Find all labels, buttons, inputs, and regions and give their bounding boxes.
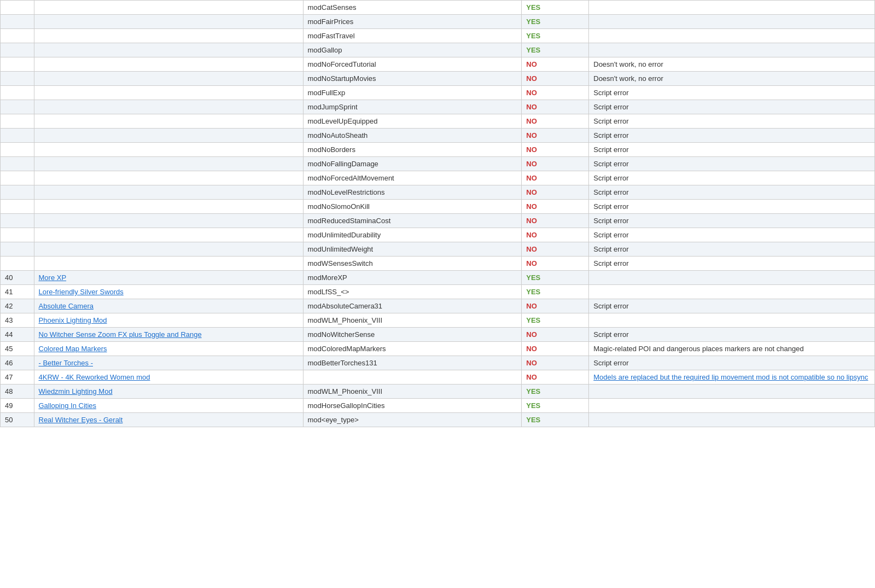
mod-name <box>34 114 303 129</box>
table-row: 43Phoenix Lighting ModmodWLM_Phoenix_VII… <box>1 313 875 328</box>
table-row: modNoForcedAltMovementNOScript error <box>1 171 875 185</box>
mod-status: YES <box>522 1 589 15</box>
mod-status: NO <box>522 299 589 313</box>
mod-name-link[interactable]: 4KRW - 4K Reworked Women mod <box>39 373 150 381</box>
mod-name-link[interactable]: Phoenix Lighting Mod <box>39 316 107 324</box>
mod-notes: Script error <box>589 185 875 200</box>
mod-name <box>34 200 303 214</box>
mod-notes <box>589 15 875 29</box>
mod-status: YES <box>522 271 589 285</box>
mod-notes: Script error <box>589 200 875 214</box>
mod-filename: modAbsoluteCamera31 <box>303 299 522 313</box>
mod-status: NO <box>522 185 589 200</box>
mod-name-link[interactable]: Absolute Camera <box>39 302 94 310</box>
table-row: 50Real Witcher Eyes - Geraltmod<eye_type… <box>1 413 875 427</box>
table-row: modNoAutoSheathNOScript error <box>1 129 875 143</box>
row-number: 46 <box>1 356 34 370</box>
mod-compatibility-table: modCatSensesYESmodFairPricesYESmodFastTr… <box>0 0 875 427</box>
mod-notes: Script error <box>589 157 875 171</box>
row-number <box>1 15 34 29</box>
mod-name-link[interactable]: More XP <box>39 273 67 282</box>
mod-name[interactable]: 4KRW - 4K Reworked Women mod <box>34 370 303 385</box>
mod-notes <box>589 29 875 43</box>
mod-notes <box>589 413 875 427</box>
mod-filename: modWSensesSwitch <box>303 257 522 271</box>
mod-notes[interactable]: Models are replaced but the required lip… <box>589 370 875 385</box>
mod-status: NO <box>522 242 589 257</box>
mod-name[interactable]: - Better Torches - <box>34 356 303 370</box>
mod-filename: modNoFallingDamage <box>303 157 522 171</box>
mod-status: YES <box>522 285 589 299</box>
mod-name[interactable]: Lore-friendly Silver Swords <box>34 285 303 299</box>
mod-filename: modNoWitcherSense <box>303 328 522 342</box>
row-number: 43 <box>1 313 34 328</box>
mod-filename: modMoreXP <box>303 271 522 285</box>
row-number <box>1 257 34 271</box>
mod-notes-link[interactable]: Models are replaced but the required lip… <box>593 373 868 381</box>
mod-status: NO <box>522 157 589 171</box>
mod-status: NO <box>522 342 589 356</box>
row-number: 50 <box>1 413 34 427</box>
mod-status: NO <box>522 171 589 185</box>
mod-name <box>34 72 303 86</box>
mod-status: NO <box>522 370 589 385</box>
mod-filename: modNoAutoSheath <box>303 129 522 143</box>
mod-notes <box>589 399 875 413</box>
table-row: 46- Better Torches -modBetterTorches131N… <box>1 356 875 370</box>
mod-filename: modFastTravel <box>303 29 522 43</box>
mod-filename: modFairPrices <box>303 15 522 29</box>
table-row: 474KRW - 4K Reworked Women modNOModels a… <box>1 370 875 385</box>
table-row: modLevelUpEquippedNOScript error <box>1 114 875 129</box>
mod-name <box>34 57 303 72</box>
mod-status: NO <box>522 200 589 214</box>
mod-name-link[interactable]: Galloping In Cities <box>39 401 97 410</box>
mod-filename: modWLM_Phoenix_VIII <box>303 385 522 399</box>
mod-name[interactable]: Real Witcher Eyes - Geralt <box>34 413 303 427</box>
table-row: 40More XPmodMoreXPYES <box>1 271 875 285</box>
mod-notes: Script error <box>589 143 875 157</box>
mod-name-link[interactable]: No Witcher Sense Zoom FX plus Toggle and… <box>39 330 202 339</box>
mod-notes <box>589 385 875 399</box>
mod-name[interactable]: Colored Map Markers <box>34 342 303 356</box>
mod-filename: modWLM_Phoenix_VIII <box>303 313 522 328</box>
mod-name-link[interactable]: - Better Torches - <box>39 359 93 367</box>
mod-name <box>34 129 303 143</box>
table-row: modUnlimitedDurabilityNOScript error <box>1 228 875 242</box>
mod-name-link[interactable]: Real Witcher Eyes - Geralt <box>39 416 123 424</box>
row-number <box>1 200 34 214</box>
mod-notes: Script error <box>589 114 875 129</box>
table-row: modJumpSprintNOScript error <box>1 100 875 114</box>
mod-filename: modFullExp <box>303 86 522 100</box>
table-row: modNoLevelRestrictionsNOScript error <box>1 185 875 200</box>
mod-name[interactable]: Galloping In Cities <box>34 399 303 413</box>
mod-name <box>34 43 303 57</box>
mod-name-link[interactable]: Wiedzmin Lighting Mod <box>39 387 113 395</box>
mod-status: NO <box>522 100 589 114</box>
mod-name <box>34 185 303 200</box>
mod-name <box>34 15 303 29</box>
mod-notes: Magic-related POI and dangerous places m… <box>589 342 875 356</box>
mod-notes: Script error <box>589 257 875 271</box>
mod-name-link[interactable]: Colored Map Markers <box>39 345 107 353</box>
row-number <box>1 143 34 157</box>
mod-notes: Script error <box>589 100 875 114</box>
mod-name[interactable]: Phoenix Lighting Mod <box>34 313 303 328</box>
mod-name[interactable]: Wiedzmin Lighting Mod <box>34 385 303 399</box>
mod-name[interactable]: No Witcher Sense Zoom FX plus Toggle and… <box>34 328 303 342</box>
mod-notes: Script error <box>589 356 875 370</box>
row-number <box>1 57 34 72</box>
mod-filename: modColoredMapMarkers <box>303 342 522 356</box>
table-row: 49Galloping In CitiesmodHorseGallopInCit… <box>1 399 875 413</box>
mod-name-link[interactable]: Lore-friendly Silver Swords <box>39 288 124 296</box>
table-row: modNoForcedTutorialNODoesn't work, no er… <box>1 57 875 72</box>
mod-notes: Doesn't work, no error <box>589 72 875 86</box>
mod-name[interactable]: More XP <box>34 271 303 285</box>
mod-status: NO <box>522 72 589 86</box>
table-row: modWSensesSwitchNOScript error <box>1 257 875 271</box>
mod-notes: Script error <box>589 171 875 185</box>
mod-notes: Script error <box>589 86 875 100</box>
mod-status: YES <box>522 413 589 427</box>
mod-name[interactable]: Absolute Camera <box>34 299 303 313</box>
row-number: 44 <box>1 328 34 342</box>
table-row: modNoBordersNOScript error <box>1 143 875 157</box>
